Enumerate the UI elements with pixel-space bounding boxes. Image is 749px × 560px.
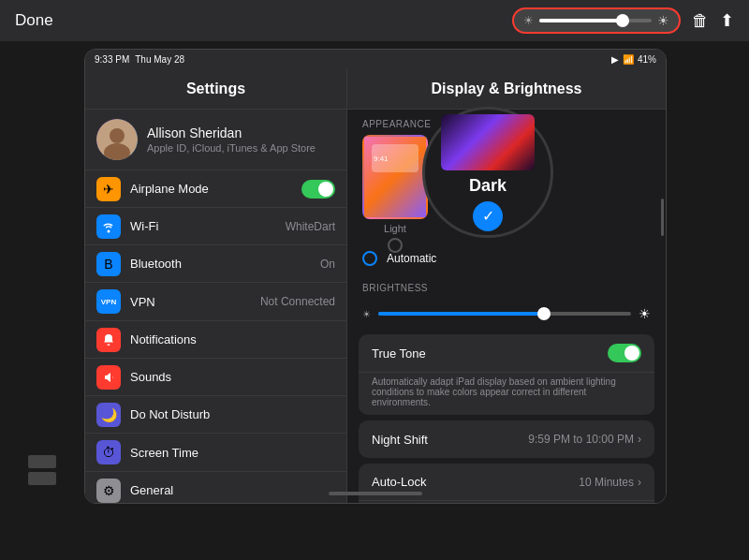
true-tone-toggle[interactable] bbox=[608, 344, 641, 362]
status-wifi-icon: 📶 bbox=[623, 54, 634, 65]
profile-info: Allison Sheridan Apple ID, iCloud, iTune… bbox=[147, 125, 316, 154]
sidebar-item-bluetooth[interactable]: B Bluetooth On bbox=[85, 245, 346, 283]
light-thumb: 9:41 bbox=[362, 135, 428, 219]
side-icon-1 bbox=[28, 455, 56, 468]
dark-thumb-preview bbox=[441, 114, 535, 170]
sidebar-item-vpn[interactable]: VPN VPN Not Connected bbox=[85, 283, 346, 320]
sidebar-item-wifi[interactable]: Wi-Fi WhiteDart bbox=[85, 208, 346, 245]
status-arrow-icon: ▶ bbox=[611, 54, 619, 65]
dark-mode-overlay[interactable]: Dark ✓ bbox=[422, 107, 553, 238]
dark-overlay-label: Dark bbox=[469, 176, 507, 196]
donotdisturb-icon: 🌙 bbox=[96, 403, 121, 427]
auto-lock-card: Auto-Lock 10 Minutes › Lock / Unlock Aut… bbox=[359, 464, 654, 503]
wifi-value: WhiteDart bbox=[286, 220, 335, 233]
settings-detail: Display & Brightness APPEARANCE 9:41 Lig… bbox=[347, 68, 666, 503]
true-tone-label: True Tone bbox=[372, 346, 608, 361]
vpn-value: Not Connected bbox=[260, 295, 335, 308]
sidebar-item-airplane[interactable]: ✈ Airplane Mode bbox=[85, 170, 346, 208]
side-icon-2 bbox=[28, 472, 56, 485]
night-shift-value: 9:59 PM to 10:00 PM bbox=[528, 433, 634, 446]
automatic-radio[interactable] bbox=[362, 251, 377, 266]
airplane-icon: ✈ bbox=[96, 177, 121, 201]
ipad-statusbar: 9:33 PM Thu May 28 ▶ 📶 41% bbox=[85, 50, 666, 68]
true-tone-row: True Tone bbox=[359, 334, 654, 373]
brightness-section-label: BRIGHTNESS bbox=[347, 273, 666, 299]
auto-lock-row[interactable]: Auto-Lock 10 Minutes › bbox=[359, 464, 654, 501]
night-shift-card: Night Shift 9:59 PM to 10:00 PM › bbox=[359, 420, 654, 458]
sidebar-item-general[interactable]: ⚙ General bbox=[85, 472, 346, 503]
scroll-indicator bbox=[661, 199, 664, 236]
light-label: Light bbox=[384, 223, 406, 234]
status-battery: 41% bbox=[638, 54, 656, 65]
night-shift-row[interactable]: Night Shift 9:59 PM to 10:00 PM › bbox=[359, 420, 654, 458]
detail-brightness-slider[interactable] bbox=[378, 312, 631, 316]
vpn-label: VPN bbox=[130, 295, 251, 309]
auto-lock-label: Auto-Lock bbox=[372, 475, 579, 489]
brightness-low-icon: ☀ bbox=[523, 14, 534, 27]
airplane-label: Airplane Mode bbox=[130, 182, 292, 196]
profile-name: Allison Sheridan bbox=[147, 125, 316, 140]
brightness-fill-bar bbox=[378, 312, 543, 316]
bluetooth-label: Bluetooth bbox=[130, 257, 311, 271]
brightness-slider-thumb bbox=[537, 307, 551, 320]
ipad-frame: 9:33 PM Thu May 28 ▶ 📶 41% Settings bbox=[84, 49, 667, 504]
general-icon: ⚙ bbox=[96, 479, 121, 503]
brightness-slider[interactable] bbox=[539, 19, 652, 22]
sidebar-item-sounds[interactable]: Sounds bbox=[85, 359, 346, 396]
sidebar-item-screentime[interactable]: ⏱ Screen Time bbox=[85, 434, 346, 471]
wifi-icon bbox=[96, 214, 121, 239]
ipad-main: Settings Allison Sheridan Apple ID, iClo… bbox=[85, 68, 666, 503]
detail-header: Display & Brightness bbox=[347, 68, 666, 110]
home-indicator bbox=[329, 492, 422, 495]
vpn-icon: VPN bbox=[96, 289, 121, 314]
settings-sidebar: Settings Allison Sheridan Apple ID, iClo… bbox=[85, 68, 347, 503]
status-day: Thu May 28 bbox=[135, 54, 184, 65]
light-option[interactable]: 9:41 Light bbox=[362, 135, 428, 253]
airplane-toggle[interactable] bbox=[301, 180, 335, 199]
sidebar-item-donotdisturb[interactable]: 🌙 Do Not Disturb bbox=[85, 396, 346, 434]
sounds-icon bbox=[96, 365, 121, 390]
appearance-container: 9:41 Light Dark ✓ bbox=[347, 135, 666, 247]
profile-subtitle: Apple ID, iCloud, iTunes & App Store bbox=[147, 142, 316, 154]
avatar bbox=[96, 119, 138, 160]
brightness-high-icon: ☀ bbox=[657, 13, 669, 28]
svg-point-1 bbox=[110, 128, 125, 143]
bluetooth-value: On bbox=[320, 258, 335, 271]
brightness-row: ☀ ☀ bbox=[347, 299, 666, 329]
settings-title: Settings bbox=[85, 68, 346, 110]
dark-check-icon: ✓ bbox=[473, 201, 503, 231]
brightness-high-sun-icon: ☀ bbox=[639, 306, 651, 321]
auto-lock-value: 10 Minutes bbox=[579, 476, 634, 489]
profile-section[interactable]: Allison Sheridan Apple ID, iCloud, iTune… bbox=[85, 110, 346, 170]
night-shift-chevron-icon: › bbox=[638, 433, 641, 446]
settings-list: ✈ Airplane Mode Wi-Fi WhiteDart bbox=[85, 170, 346, 503]
general-label: General bbox=[130, 483, 335, 497]
sounds-label: Sounds bbox=[130, 370, 335, 384]
sidebar-item-notifications[interactable]: Notifications bbox=[85, 321, 346, 359]
brightness-control[interactable]: ☀ ☀ bbox=[512, 7, 681, 34]
brightness-thumb bbox=[616, 14, 629, 27]
true-tone-desc: Automatically adapt iPad display based o… bbox=[359, 373, 654, 415]
done-button[interactable]: Done bbox=[15, 11, 53, 30]
share-button[interactable]: ⬆ bbox=[720, 10, 734, 31]
trash-button[interactable]: 🗑 bbox=[692, 11, 709, 31]
settings-group-2: Notifications Sounds 🌙 Do Not Disturb ⏱ bbox=[85, 321, 346, 472]
toolbar-right: ☀ ☀ 🗑 ⬆ bbox=[512, 7, 734, 34]
status-time: 9:33 PM bbox=[95, 54, 129, 65]
auto-lock-chevron-icon: › bbox=[638, 476, 641, 489]
brightness-low-sun-icon: ☀ bbox=[362, 309, 371, 319]
screentime-label: Screen Time bbox=[130, 446, 335, 460]
notifications-label: Notifications bbox=[130, 332, 335, 346]
light-radio[interactable] bbox=[388, 238, 403, 253]
bluetooth-icon: B bbox=[96, 252, 121, 276]
true-tone-card: True Tone Automatically adapt iPad displ… bbox=[359, 334, 654, 415]
lock-unlock-row: Lock / Unlock bbox=[359, 501, 654, 503]
screentime-icon: ⏱ bbox=[96, 440, 121, 464]
settings-group-1: ✈ Airplane Mode Wi-Fi WhiteDart bbox=[85, 170, 346, 321]
wifi-label: Wi-Fi bbox=[130, 219, 276, 233]
settings-group-3: ⚙ General Control Center bbox=[85, 472, 346, 503]
notifications-icon bbox=[96, 328, 121, 352]
donotdisturb-label: Do Not Disturb bbox=[130, 407, 335, 421]
side-icons bbox=[28, 455, 56, 485]
night-shift-label: Night Shift bbox=[372, 433, 528, 447]
